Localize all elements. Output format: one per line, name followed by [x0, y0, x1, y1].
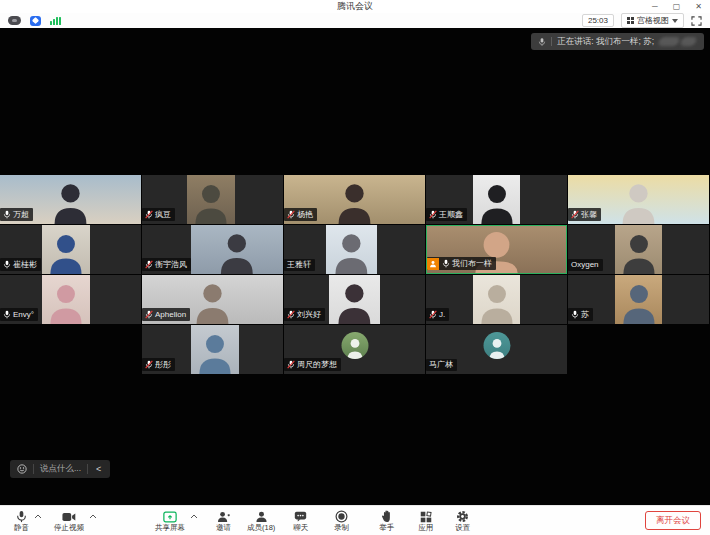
participant-name-label: 王顺鑫 — [426, 208, 467, 221]
mic-on-icon — [442, 259, 450, 268]
participant-name-label: J. — [426, 308, 449, 321]
chevron-down-icon — [672, 19, 678, 23]
participant-tile[interactable]: 马广林 — [426, 325, 567, 374]
participant-name-label: Envy° — [0, 308, 38, 321]
participant-tile[interactable]: Oxygen — [568, 225, 709, 274]
mic-muted-icon — [571, 210, 579, 219]
share-options-caret[interactable] — [190, 514, 198, 519]
video-feed — [473, 275, 521, 324]
participant-tile[interactable]: 周尺的梦想 — [284, 325, 425, 374]
mute-options-caret[interactable] — [34, 514, 42, 519]
participant-tile[interactable]: 衡宇浩风 — [142, 225, 283, 274]
share-screen-button[interactable]: 共享屏幕 — [155, 510, 185, 532]
mic-muted-icon — [287, 360, 295, 369]
video-feed — [42, 225, 90, 274]
participant-tile[interactable]: J. — [426, 275, 567, 324]
participant-tile[interactable]: Aphelion — [142, 275, 283, 324]
video-feed — [191, 325, 239, 374]
participant-name-label: 刘兴好 — [284, 308, 325, 321]
participant-name-label: 我们布一样 — [427, 257, 496, 270]
bottom-toolbar: 静音 停止视频 共享屏幕 — [0, 505, 710, 535]
members-button[interactable]: 成员(18) — [247, 510, 275, 532]
meeting-window: 腾讯会议 ─ ▢ ✕ 25:03 宫格视图 — [0, 0, 710, 535]
person-silhouette — [615, 275, 663, 324]
invite-button[interactable]: 邀请 — [216, 510, 231, 532]
network-signal-icon — [50, 16, 61, 25]
mute-button[interactable]: 静音 — [14, 510, 29, 532]
mic-on-icon — [571, 310, 579, 319]
participant-tile[interactable]: 刘兴好 — [284, 275, 425, 324]
record-label: 录制 — [334, 524, 349, 532]
invite-label: 邀请 — [216, 524, 231, 532]
participant-name-label: 杨艳 — [284, 208, 317, 221]
participant-name-label: 王雅轩 — [284, 259, 315, 271]
chat-button[interactable]: 聊天 — [293, 510, 308, 532]
stop-video-button[interactable]: 停止视频 — [54, 510, 84, 532]
meeting-info-icon[interactable] — [8, 16, 21, 25]
fullscreen-icon[interactable] — [691, 16, 702, 26]
mic-on-icon — [3, 260, 11, 269]
participant-tile[interactable]: 崔桂彬 — [0, 225, 141, 274]
stop-video-label: 停止视频 — [54, 524, 84, 532]
chat-collapse-button[interactable]: < — [94, 464, 103, 474]
blurred-name — [680, 37, 698, 46]
microphone-icon — [16, 510, 27, 524]
participant-tile[interactable]: 王顺鑫 — [426, 175, 567, 224]
meeting-timer: 25:03 — [582, 14, 614, 27]
mic-muted-icon — [429, 310, 437, 319]
participant-tile[interactable]: 张馨 — [568, 175, 709, 224]
person-silhouette — [187, 175, 235, 224]
video-feed — [326, 225, 377, 274]
participant-tile[interactable]: 彤彤 — [142, 325, 283, 374]
camera-icon — [62, 510, 76, 524]
video-feed — [615, 275, 663, 324]
avatar — [483, 332, 510, 359]
participant-tile[interactable]: 万超 — [0, 175, 141, 224]
security-shield-icon[interactable] — [30, 16, 41, 26]
participant-tile[interactable]: 苏 — [568, 275, 709, 324]
view-mode-dropdown[interactable]: 宫格视图 — [621, 13, 684, 28]
person-silhouette — [42, 225, 90, 274]
leave-meeting-button[interactable]: 离开会议 — [645, 511, 701, 530]
maximize-icon[interactable]: ▢ — [673, 3, 681, 11]
raise-hand-button[interactable]: 举手 — [379, 510, 394, 532]
participant-name-label: 马广林 — [426, 359, 457, 371]
participant-tile[interactable]: 疯豆 — [142, 175, 283, 224]
settings-button[interactable]: 设置 — [455, 510, 470, 532]
video-stage: 正在讲话: 我们布一样; 苏; 万超疯豆杨艳王顺鑫张馨崔桂彬衡宇浩风王雅轩我们布… — [0, 28, 710, 505]
participant-tile[interactable]: Envy° — [0, 275, 141, 324]
mic-on-icon — [3, 210, 11, 219]
mic-on-icon — [3, 310, 11, 319]
participant-tile[interactable]: 杨艳 — [284, 175, 425, 224]
participant-name-label: 周尺的梦想 — [284, 358, 341, 371]
minimize-icon[interactable]: ─ — [652, 3, 658, 11]
view-mode-label: 宫格视图 — [637, 15, 669, 26]
status-bar: 25:03 宫格视图 — [0, 13, 710, 28]
person-silhouette — [191, 225, 283, 274]
avatar — [341, 332, 368, 359]
participant-name-label: 衡宇浩风 — [142, 258, 191, 271]
person-silhouette — [473, 175, 521, 224]
mic-muted-icon — [145, 210, 153, 219]
video-feed — [42, 275, 90, 324]
blurred-name — [658, 37, 681, 46]
video-grid: 万超疯豆杨艳王顺鑫张馨崔桂彬衡宇浩风王雅轩我们布一样OxygenEnvy°Aph… — [0, 175, 710, 375]
video-options-caret[interactable] — [89, 514, 97, 519]
chat-bar[interactable]: 说点什么... < — [10, 460, 110, 478]
participant-name-label: 苏 — [568, 308, 593, 321]
share-screen-label: 共享屏幕 — [155, 524, 185, 532]
video-feed — [187, 175, 235, 224]
emoji-icon[interactable] — [17, 464, 27, 474]
close-icon[interactable]: ✕ — [695, 3, 702, 11]
participant-name-label: 万超 — [0, 208, 33, 221]
record-button[interactable]: 录制 — [334, 510, 349, 532]
participant-tile[interactable]: 王雅轩 — [284, 225, 425, 274]
apps-icon — [420, 510, 432, 524]
settings-label: 设置 — [455, 524, 470, 532]
apps-label: 应用 — [418, 524, 433, 532]
apps-button[interactable]: 应用 — [418, 510, 433, 532]
participant-name-label: Oxygen — [568, 259, 603, 271]
person-silhouette — [615, 225, 663, 274]
participant-tile[interactable]: 我们布一样 — [426, 225, 567, 274]
chat-input[interactable]: 说点什么... — [40, 463, 81, 475]
